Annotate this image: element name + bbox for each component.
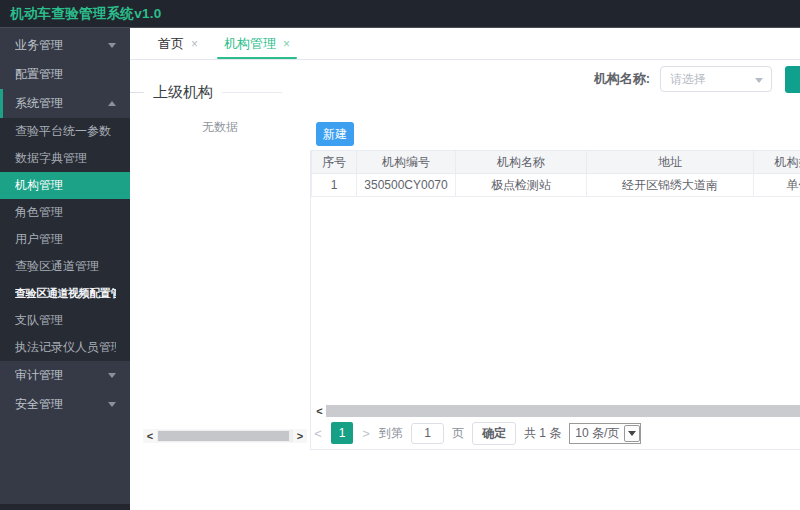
scrollbar-track[interactable] (157, 430, 293, 442)
search-button[interactable] (785, 66, 800, 93)
select-placeholder: 请选择 (670, 71, 706, 88)
page-unit-label: 页 (452, 425, 464, 442)
sidebar-item-system-mgmt[interactable]: 系统管理 (0, 89, 130, 118)
col-header-org-code: 机构编号 (357, 151, 456, 174)
sidebar-item-label: 执法记录仪人员管理 (15, 339, 116, 356)
sidebar-bottom-scroll-strip (0, 504, 130, 510)
chevron-down-icon (108, 402, 116, 407)
chevron-up-icon (108, 101, 116, 106)
cell-org-type: 单位 (754, 174, 800, 197)
confirm-button[interactable]: 确定 (472, 422, 516, 445)
sidebar-item-label: 查验平台统一参数 (15, 123, 116, 140)
sidebar-item-detachment-mgmt[interactable]: 支队管理 (0, 307, 130, 334)
sidebar-item-platform-params[interactable]: 查验平台统一参数 (0, 118, 130, 145)
app-window: 机动车查验管理系统v1.0 业务管理 配置管理 系统管理 查验平台统一参数 数据… (0, 0, 800, 510)
sidebar-item-label: 配置管理 (15, 66, 116, 83)
topbar: 机动车查验管理系统v1.0 (0, 0, 800, 28)
close-icon[interactable]: × (283, 38, 290, 50)
scrollbar-track[interactable] (326, 405, 800, 417)
org-table-block: 序号 机构编号 机构名称 地址 机构类型 1 350500CY0070 极点检测… (310, 150, 800, 450)
section-title: 上级机构 (153, 83, 213, 102)
sidebar-item-business-mgmt[interactable]: 业务管理 (0, 31, 130, 60)
cell-address: 经开区锦绣大道南 (587, 174, 754, 197)
table-header-row: 序号 机构编号 机构名称 地址 机构类型 (312, 151, 800, 174)
org-name-label: 机构名称: (594, 70, 650, 88)
pagination-page-1[interactable]: 1 (331, 422, 353, 444)
org-name-select[interactable]: 请选择 (660, 66, 772, 92)
chevron-down-icon (755, 78, 763, 83)
pagination-prev-icon[interactable]: < (313, 426, 323, 441)
tab-bar: 首页 × 机构管理 × (130, 28, 800, 60)
sidebar-item-security-mgmt[interactable]: 安全管理 (0, 390, 130, 419)
sidebar-item-label: 机构管理 (15, 177, 116, 194)
scroll-left-icon[interactable]: < (313, 404, 326, 417)
app-title: 机动车查验管理系统v1.0 (0, 5, 162, 23)
tab-org-mgmt[interactable]: 机构管理 × (211, 28, 303, 59)
chevron-down-icon (108, 373, 116, 378)
goto-page-label: 到第 (379, 425, 403, 442)
chevron-down-icon (624, 425, 640, 442)
scroll-right-icon[interactable]: > (293, 429, 307, 443)
sidebar-item-label: 查验区通道管理 (15, 258, 116, 275)
scrollbar-thumb[interactable] (326, 405, 800, 417)
parent-org-panel: 上级机构 无数据 < > (130, 60, 310, 450)
chevron-down-icon (108, 43, 116, 48)
col-header-index: 序号 (312, 151, 357, 174)
new-button[interactable]: 新建 (316, 122, 354, 146)
sidebar-item-label: 用户管理 (15, 231, 116, 248)
close-icon[interactable]: × (191, 38, 198, 50)
section-divider: 上级机构 (130, 83, 310, 102)
col-header-org-type: 机构类型 (754, 151, 800, 174)
sidebar-item-label: 支队管理 (15, 312, 116, 329)
sidebar: 业务管理 配置管理 系统管理 查验平台统一参数 数据字典管理 机构管理 角色管理 (0, 28, 130, 510)
col-header-org-name: 机构名称 (456, 151, 587, 174)
cell-org-name: 极点检测站 (456, 174, 587, 197)
sidebar-item-audit-mgmt[interactable]: 审计管理 (0, 361, 130, 390)
total-count-label: 共 1 条 (524, 425, 561, 442)
tab-label: 机构管理 (224, 35, 276, 53)
scroll-left-icon[interactable]: < (143, 429, 157, 443)
sidebar-item-label: 数据字典管理 (15, 150, 116, 167)
table-horizontal-scrollbar[interactable]: < (313, 404, 800, 417)
goto-page-input[interactable] (411, 423, 444, 444)
sidebar-item-label: 审计管理 (15, 367, 108, 384)
sidebar-item-recorder-personnel-mgmt[interactable]: 执法记录仪人员管理 (0, 334, 130, 361)
pagination: < 1 > 到第 页 确定 共 1 条 10 条/页 (313, 421, 641, 445)
cell-index: 1 (312, 174, 357, 197)
sidebar-item-label: 系统管理 (15, 95, 108, 112)
col-header-address: 地址 (587, 151, 754, 174)
sidebar-item-label: 角色管理 (15, 204, 116, 221)
sidebar-item-org-mgmt[interactable]: 机构管理 (0, 172, 130, 199)
divider-line (222, 92, 282, 93)
tab-label: 首页 (158, 35, 184, 53)
sidebar-item-role-mgmt[interactable]: 角色管理 (0, 199, 130, 226)
main-content: 首页 × 机构管理 × 机构名称: 请选择 上级机构 无数据 (130, 28, 800, 510)
sidebar-item-inspection-channel-mgmt[interactable]: 查验区通道管理 (0, 253, 130, 280)
sidebar-item-user-mgmt[interactable]: 用户管理 (0, 226, 130, 253)
cell-org-code: 350500CY0070 (357, 174, 456, 197)
sidebar-item-label: 查验区通道视频配置管理 (15, 286, 116, 301)
tree-horizontal-scrollbar[interactable]: < > (143, 429, 307, 443)
sidebar-submenu-system: 查验平台统一参数 数据字典管理 机构管理 角色管理 用户管理 查验区通道管理 查… (0, 118, 130, 361)
sidebar-item-label: 安全管理 (15, 396, 108, 413)
sidebar-item-label: 业务管理 (15, 37, 108, 54)
empty-data-text: 无数据 (130, 119, 310, 136)
sidebar-item-config-mgmt[interactable]: 配置管理 (0, 60, 130, 89)
page-size-value: 10 条/页 (575, 425, 619, 442)
scrollbar-thumb[interactable] (158, 431, 289, 441)
table-row[interactable]: 1 350500CY0070 极点检测站 经开区锦绣大道南 单位 (312, 174, 800, 197)
page-size-select[interactable]: 10 条/页 (569, 423, 641, 444)
org-table: 序号 机构编号 机构名称 地址 机构类型 1 350500CY0070 极点检测… (311, 150, 800, 197)
tab-home[interactable]: 首页 × (145, 28, 211, 59)
pagination-next-icon[interactable]: > (361, 426, 371, 441)
divider-line (130, 92, 144, 93)
sidebar-item-channel-video-config-mgmt[interactable]: 查验区通道视频配置管理 (0, 280, 130, 307)
sidebar-item-data-dictionary[interactable]: 数据字典管理 (0, 145, 130, 172)
